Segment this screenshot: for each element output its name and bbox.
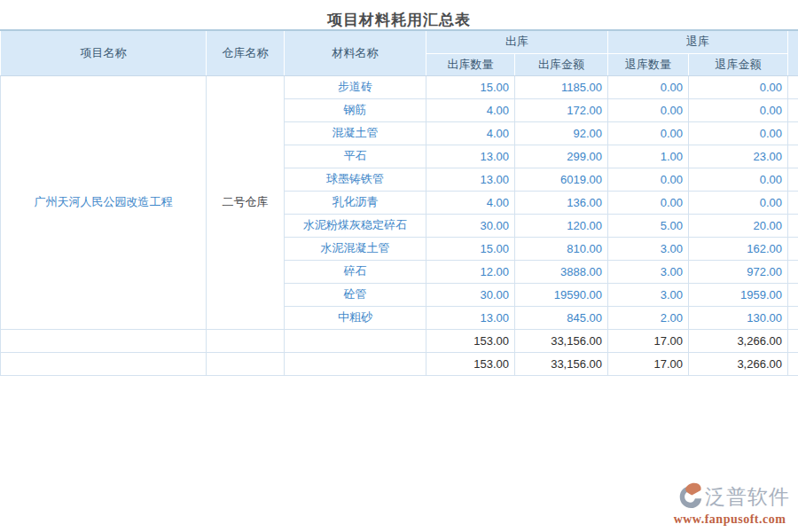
return-qty-cell[interactable]: 3.00 bbox=[608, 237, 689, 260]
out-amount-cell[interactable]: 19590.00 bbox=[515, 283, 608, 306]
out-amount-cell[interactable]: 845.00 bbox=[515, 306, 608, 329]
total-return-qty: 17.00 bbox=[608, 352, 689, 375]
subtotal-out-qty: 153.00 bbox=[426, 329, 515, 352]
total-out-amount: 33,156.00 bbox=[515, 352, 608, 375]
fanpu-logo-icon bbox=[677, 481, 703, 512]
out-amount-cell[interactable]: 172.00 bbox=[515, 98, 608, 121]
return-qty-cell[interactable]: 1.00 bbox=[608, 145, 689, 168]
overflow-cell bbox=[788, 168, 798, 191]
overflow-cell bbox=[788, 98, 798, 121]
header-project-name: 项目名称 bbox=[1, 30, 207, 75]
subtotal-out-amount: 33,156.00 bbox=[515, 329, 608, 352]
material-cell[interactable]: 砼管 bbox=[285, 283, 426, 306]
material-cell[interactable]: 平石 bbox=[285, 145, 426, 168]
return-qty-cell[interactable]: 3.00 bbox=[608, 283, 689, 306]
out-qty-cell[interactable]: 13.00 bbox=[426, 145, 515, 168]
material-cell[interactable]: 混凝土管 bbox=[285, 121, 426, 145]
total-out-qty: 153.00 bbox=[426, 352, 515, 375]
empty-cell bbox=[207, 352, 285, 375]
page-title: 项目材料耗用汇总表 bbox=[0, 0, 798, 29]
material-cell[interactable]: 水泥混凝土管 bbox=[285, 237, 426, 260]
material-cell[interactable]: 球墨铸铁管 bbox=[285, 168, 426, 191]
header-outbound-amount: 出库金额 bbox=[515, 53, 608, 75]
overflow-cell bbox=[788, 260, 798, 283]
out-amount-cell[interactable]: 3888.00 bbox=[515, 260, 608, 283]
empty-cell bbox=[1, 329, 207, 352]
overflow-cell bbox=[788, 237, 798, 260]
header-return-qty: 退库数量 bbox=[608, 53, 689, 75]
overflow-cell bbox=[788, 283, 798, 306]
out-qty-cell[interactable]: 30.00 bbox=[426, 283, 515, 306]
header-outbound-qty: 出库数量 bbox=[426, 53, 515, 75]
total-return-amount: 3,266.00 bbox=[689, 352, 788, 375]
return-qty-cell[interactable]: 3.00 bbox=[608, 260, 689, 283]
overflow-cell bbox=[788, 214, 798, 237]
overflow-cell bbox=[788, 121, 798, 145]
subtotal-row: 153.00 33,156.00 17.00 3,266.00 bbox=[1, 329, 798, 352]
out-amount-cell[interactable]: 299.00 bbox=[515, 145, 608, 168]
return-amount-cell[interactable]: 1959.00 bbox=[689, 283, 788, 306]
project-name-cell[interactable]: 广州天河人民公园改造工程 bbox=[1, 75, 207, 329]
out-qty-cell[interactable]: 15.00 bbox=[426, 75, 515, 98]
return-amount-cell[interactable]: 20.00 bbox=[689, 214, 788, 237]
out-qty-cell[interactable]: 4.00 bbox=[426, 121, 515, 145]
header-warehouse-name: 仓库名称 bbox=[207, 30, 285, 75]
out-qty-cell[interactable]: 15.00 bbox=[426, 237, 515, 260]
empty-cell bbox=[207, 329, 285, 352]
out-qty-cell[interactable]: 13.00 bbox=[426, 168, 515, 191]
material-cell[interactable]: 步道砖 bbox=[285, 75, 426, 98]
out-qty-cell[interactable]: 4.00 bbox=[426, 191, 515, 214]
return-amount-cell[interactable]: 0.00 bbox=[689, 75, 788, 98]
empty-cell bbox=[1, 352, 207, 375]
return-qty-cell[interactable]: 0.00 bbox=[608, 121, 689, 145]
empty-cell bbox=[285, 329, 426, 352]
return-qty-cell[interactable]: 5.00 bbox=[608, 214, 689, 237]
return-qty-cell[interactable]: 2.00 bbox=[608, 306, 689, 329]
out-amount-cell[interactable]: 6019.00 bbox=[515, 168, 608, 191]
out-qty-cell[interactable]: 4.00 bbox=[426, 98, 515, 121]
out-amount-cell[interactable]: 1185.00 bbox=[515, 75, 608, 98]
material-cell[interactable]: 水泥粉煤灰稳定碎石 bbox=[285, 214, 426, 237]
subtotal-return-amount: 3,266.00 bbox=[689, 329, 788, 352]
table-row: 广州天河人民公园改造工程 二号仓库 步道砖 15.00 1185.00 0.00… bbox=[1, 75, 798, 98]
return-amount-cell[interactable]: 0.00 bbox=[689, 168, 788, 191]
overflow-cell bbox=[788, 306, 798, 329]
header-return-amount: 退库金额 bbox=[689, 53, 788, 75]
out-qty-cell[interactable]: 12.00 bbox=[426, 260, 515, 283]
return-qty-cell[interactable]: 0.00 bbox=[608, 191, 689, 214]
overflow-cell bbox=[788, 329, 798, 352]
grand-total-row: 153.00 33,156.00 17.00 3,266.00 bbox=[1, 352, 798, 375]
return-amount-cell[interactable]: 23.00 bbox=[689, 145, 788, 168]
overflow-cell bbox=[788, 191, 798, 214]
empty-cell bbox=[285, 352, 426, 375]
overflow-cell bbox=[788, 352, 798, 375]
out-amount-cell[interactable]: 120.00 bbox=[515, 214, 608, 237]
out-amount-cell[interactable]: 810.00 bbox=[515, 237, 608, 260]
material-cell[interactable]: 乳化沥青 bbox=[285, 191, 426, 214]
return-qty-cell[interactable]: 0.00 bbox=[608, 98, 689, 121]
subtotal-return-qty: 17.00 bbox=[608, 329, 689, 352]
out-qty-cell[interactable]: 13.00 bbox=[426, 306, 515, 329]
out-qty-cell[interactable]: 30.00 bbox=[426, 214, 515, 237]
overflow-cell bbox=[788, 75, 798, 98]
overflow-cell bbox=[788, 145, 798, 168]
table-viewport: 项目名称 仓库名称 材料名称 出库 退库 出库数量 出库金额 退库数量 退库金额… bbox=[0, 29, 798, 376]
return-amount-cell[interactable]: 0.00 bbox=[689, 121, 788, 145]
material-cell[interactable]: 中粗砂 bbox=[285, 306, 426, 329]
return-qty-cell[interactable]: 0.00 bbox=[608, 75, 689, 98]
out-amount-cell[interactable]: 136.00 bbox=[515, 191, 608, 214]
out-amount-cell[interactable]: 92.00 bbox=[515, 121, 608, 145]
material-cell[interactable]: 碎石 bbox=[285, 260, 426, 283]
material-cell[interactable]: 钢筋 bbox=[285, 98, 426, 121]
return-amount-cell[interactable]: 0.00 bbox=[689, 191, 788, 214]
report-page: 项目材料耗用汇总表 项目名称 仓库名称 材料名称 出库 退库 出库数量 bbox=[0, 0, 798, 532]
return-qty-cell[interactable]: 0.00 bbox=[608, 168, 689, 191]
header-return-group: 退库 bbox=[608, 30, 788, 53]
return-amount-cell[interactable]: 130.00 bbox=[689, 306, 788, 329]
return-amount-cell[interactable]: 162.00 bbox=[689, 237, 788, 260]
header-material-name: 材料名称 bbox=[285, 30, 426, 75]
vendor-name: 泛普软件 bbox=[705, 487, 790, 507]
return-amount-cell[interactable]: 0.00 bbox=[689, 98, 788, 121]
vendor-website[interactable]: www.fanpusoft.com bbox=[669, 512, 790, 527]
return-amount-cell[interactable]: 972.00 bbox=[689, 260, 788, 283]
